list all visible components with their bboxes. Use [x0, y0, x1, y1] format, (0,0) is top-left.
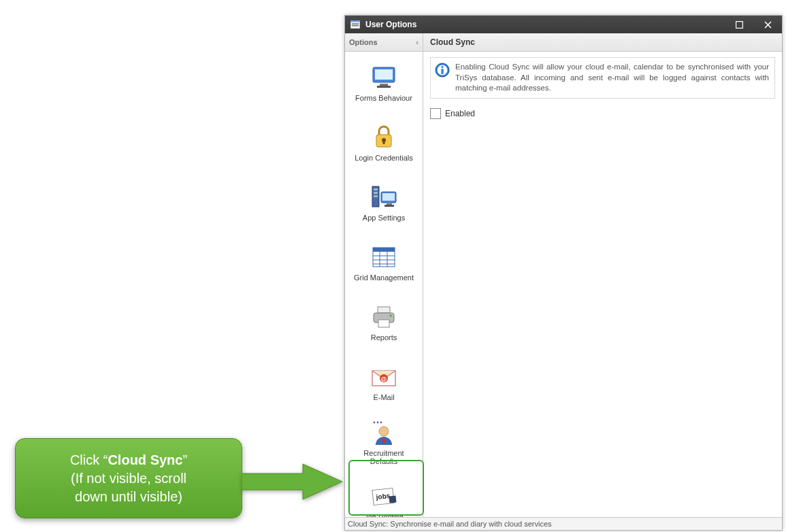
titlebar: User Options	[345, 16, 782, 33]
sidebar-item-recruitment-defaults[interactable]: Recruitment Defaults	[348, 414, 420, 472]
window-title: User Options	[365, 20, 725, 29]
status-text: Cloud Sync: Synchronise e-mail and diary…	[348, 520, 552, 528]
printer-icon	[369, 303, 399, 331]
svg-rect-11	[383, 140, 385, 144]
info-banner: Enabling Cloud Sync will allow your clou…	[430, 57, 775, 99]
sidebar-items: Forms Behaviour Login Credentials App Se…	[345, 52, 423, 517]
svg-point-30	[389, 314, 391, 316]
svg-rect-17	[382, 193, 395, 201]
sidebar-item-reports[interactable]: Reports	[348, 294, 420, 352]
svg-rect-14	[374, 192, 378, 194]
sidebar-item-label: Forms Behaviour	[355, 94, 412, 102]
grid-icon	[369, 244, 399, 271]
svg-rect-21	[373, 248, 395, 252]
sidebar-item-login-credentials[interactable]: Login Credentials	[348, 114, 420, 173]
person-icon	[369, 419, 399, 446]
svg-point-36	[380, 422, 382, 424]
sidebar-item-email[interactable]: @ E-Mail	[348, 354, 420, 412]
svg-rect-45	[441, 69, 443, 74]
svg-point-37	[379, 427, 389, 436]
sidebar-item-label: E-Mail	[373, 393, 394, 401]
server-monitor-icon	[369, 184, 399, 211]
sidebar-item-label: Reports	[371, 333, 397, 342]
svg-rect-7	[380, 84, 388, 86]
svg-rect-18	[387, 203, 392, 205]
window-body: Options ‹ Forms Behaviour Login Credenti…	[345, 33, 782, 517]
sidebar-item-label: Login Credentials	[355, 154, 413, 162]
sidebar-header-label: Options	[349, 38, 378, 46]
svg-point-35	[377, 422, 379, 424]
sidebar-item-app-settings[interactable]: App Settings	[348, 174, 420, 233]
sidebar-header[interactable]: Options ‹	[345, 33, 423, 52]
sidebar-item-grid-management[interactable]: Grid Management	[348, 234, 420, 293]
envelope-at-icon: @	[369, 363, 399, 390]
enabled-label: Enabled	[445, 109, 475, 118]
info-icon	[435, 63, 451, 80]
svg-rect-4	[736, 21, 742, 28]
enabled-checkbox[interactable]	[430, 108, 441, 119]
maximize-button[interactable]	[725, 16, 753, 33]
svg-rect-15	[374, 195, 378, 197]
svg-point-44	[441, 66, 443, 68]
content-body: Enabling Cloud Sync will allow your clou…	[423, 52, 782, 517]
svg-rect-6	[375, 69, 393, 80]
enabled-row[interactable]: Enabled	[430, 108, 775, 119]
svg-rect-8	[377, 86, 391, 88]
svg-text:jobs: jobs	[375, 492, 391, 501]
svg-text:@: @	[381, 376, 387, 382]
monitor-form-icon	[369, 64, 399, 91]
info-text: Enabling Cloud Sync will allow your clou…	[455, 62, 769, 94]
sidebar-item-label: Grid Management	[354, 273, 414, 282]
svg-rect-27	[378, 307, 390, 313]
svg-rect-3	[352, 25, 359, 27]
app-icon	[349, 20, 361, 29]
close-button[interactable]	[753, 16, 782, 33]
jobs-icon: jobs	[369, 483, 399, 510]
svg-rect-40	[389, 495, 397, 503]
content-title: Cloud Sync	[430, 37, 475, 47]
sidebar-item-label: Recruitment Defaults	[350, 449, 418, 465]
callout-line3: down until visible)	[75, 488, 182, 506]
svg-rect-1	[350, 20, 360, 22]
sidebar-item-forms-behaviour[interactable]: Forms Behaviour	[348, 54, 420, 113]
options-sidebar: Options ‹ Forms Behaviour Login Credenti…	[345, 33, 423, 517]
callout-line2: (If not visible, scroll	[71, 469, 186, 488]
svg-rect-29	[378, 320, 389, 327]
callout-line1: Click “Cloud Sync”	[70, 451, 187, 469]
svg-rect-2	[352, 23, 359, 24]
svg-rect-19	[384, 205, 394, 207]
content-pane: Cloud Sync Enabling Cloud Sync will allo…	[423, 33, 782, 517]
content-header: Cloud Sync	[423, 33, 782, 52]
sidebar-item-label: App Settings	[363, 214, 405, 222]
instruction-callout: Click “Cloud Sync” (If not visible, scro…	[15, 438, 242, 518]
svg-rect-13	[374, 188, 378, 190]
status-bar: Cloud Sync: Synchronise e-mail and diary…	[345, 517, 782, 530]
svg-point-34	[374, 422, 376, 424]
padlock-icon	[369, 124, 399, 151]
callout-arrow-icon	[242, 461, 344, 505]
collapse-icon[interactable]: ‹	[416, 38, 419, 46]
sidebar-item-job-posting[interactable]: jobs Job Posting	[348, 473, 420, 517]
user-options-window: User Options Options ‹ Forms Behaviour	[344, 15, 783, 531]
